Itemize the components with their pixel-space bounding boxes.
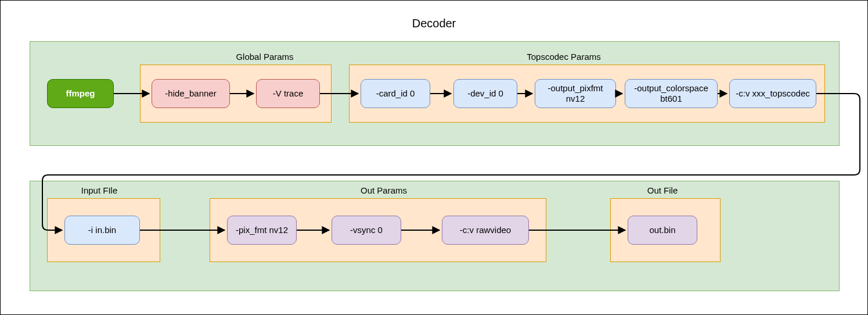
param-pix-fmt: -pix_fmt nv12 xyxy=(227,216,297,245)
out-file-label: Out File xyxy=(628,185,697,195)
topscodec-params-label: Topscodec Params xyxy=(506,52,622,62)
param-cv-topscodec: -c:v xxx_topscodec xyxy=(729,79,816,108)
out-file-node: out.bin xyxy=(628,216,697,245)
param-card-id: -card_id 0 xyxy=(361,79,430,108)
out-params-label: Out Params xyxy=(343,185,424,195)
diagram-title: Decoder xyxy=(1,17,867,30)
diagram-canvas: Decoder Global Params Topscodec Params f… xyxy=(0,0,868,315)
global-params-label: Global Params xyxy=(224,52,305,62)
param-hide-banner: -hide_banner xyxy=(152,79,230,108)
input-file-label: Input FIle xyxy=(64,185,134,195)
ffmpeg-node: ffmpeg xyxy=(47,79,114,108)
param-input-file: -i in.bin xyxy=(64,216,140,245)
param-dev-id: -dev_id 0 xyxy=(453,79,517,108)
param-vsync: -vsync 0 xyxy=(332,216,401,245)
param-output-pixfmt: -output_pixfmt nv12 xyxy=(535,79,616,108)
param-v-trace: -V trace xyxy=(256,79,320,108)
param-cv-rawvideo: -c:v rawvideo xyxy=(442,216,529,245)
param-output-colorspace: -output_colorspace bt601 xyxy=(625,79,718,108)
